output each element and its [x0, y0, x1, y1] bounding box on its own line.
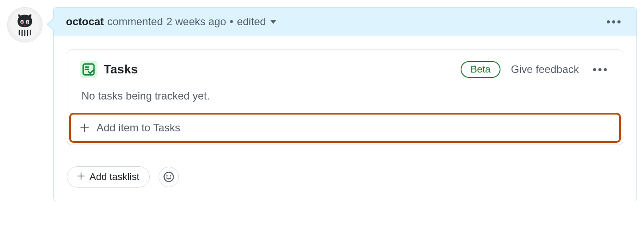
tasks-header: Tasks Beta Give feedback [67, 50, 623, 84]
add-item-label: Add item to Tasks [97, 122, 180, 134]
octocat-icon [10, 10, 39, 39]
smiley-icon [163, 171, 175, 183]
comment-action-text: commented [107, 15, 163, 28]
edited-label: edited [237, 15, 266, 28]
svg-point-5 [24, 25, 25, 26]
give-feedback-link[interactable]: Give feedback [511, 63, 579, 76]
svg-point-10 [166, 175, 167, 176]
comment-timestamp[interactable]: 2 weeks ago [167, 15, 226, 28]
tasks-title: Tasks [104, 62, 138, 77]
svg-point-4 [27, 21, 28, 24]
comment-header: octocat commented 2 weeks ago • edited [54, 8, 636, 36]
add-reaction-button[interactable] [159, 167, 179, 187]
plus-icon [77, 171, 85, 183]
beta-badge: Beta [461, 61, 500, 78]
tasklist-icon [80, 61, 97, 78]
svg-point-11 [170, 175, 171, 176]
tasks-panel: Tasks Beta Give feedback No tasks being … [67, 50, 623, 145]
svg-point-3 [21, 21, 23, 24]
tasks-empty-message: No tasks being tracked yet. [67, 84, 623, 113]
svg-point-9 [164, 172, 173, 181]
avatar[interactable] [7, 7, 43, 42]
add-tasklist-label: Add tasklist [89, 171, 140, 183]
edited-dropdown[interactable]: edited [237, 15, 276, 28]
add-tasklist-button[interactable]: Add tasklist [67, 166, 150, 188]
comment-author[interactable]: octocat [66, 15, 104, 28]
add-item-button[interactable]: Add item to Tasks [69, 113, 621, 143]
tasks-header-right: Beta Give feedback [461, 61, 610, 78]
chevron-down-icon [270, 20, 276, 24]
tasks-header-left: Tasks [80, 61, 138, 78]
separator-dot: • [230, 15, 233, 28]
comment-container: octocat commented 2 weeks ago • edited [7, 7, 637, 201]
plus-icon [80, 123, 89, 133]
comment-body: Tasks Beta Give feedback No tasks being … [54, 36, 636, 201]
tasks-actions-menu[interactable] [590, 65, 610, 75]
comment-header-meta: octocat commented 2 weeks ago • edited [66, 15, 276, 28]
comment-actions-menu[interactable] [603, 17, 624, 27]
comment-box: octocat commented 2 weeks ago • edited [53, 7, 637, 201]
comment-footer-actions: Add tasklist [67, 166, 623, 188]
